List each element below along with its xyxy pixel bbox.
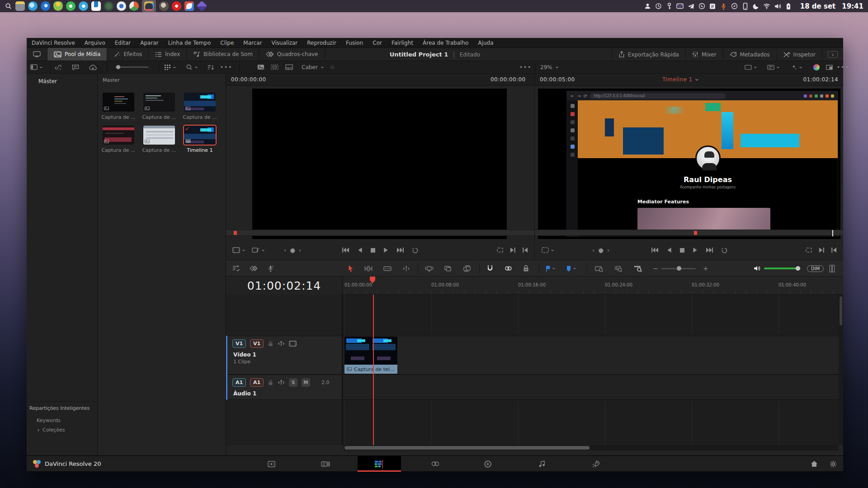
video-destination-badge[interactable]: V1 bbox=[250, 339, 264, 348]
scrollbar-thumb[interactable] bbox=[344, 446, 590, 450]
source-jog-control[interactable]: ‹ ● › bbox=[284, 247, 301, 253]
overwrite-clip-button[interactable] bbox=[444, 260, 452, 277]
page-fairlight[interactable] bbox=[531, 456, 553, 472]
menu-reproduzir[interactable]: Reproduzir bbox=[307, 40, 336, 46]
loop-button[interactable] bbox=[721, 247, 728, 253]
go-to-last-frame-button[interactable] bbox=[706, 247, 713, 253]
go-to-first-frame-button[interactable] bbox=[651, 247, 659, 253]
telegram-app-icon[interactable] bbox=[79, 1, 88, 11]
step-back-button[interactable] bbox=[357, 247, 363, 253]
go-to-first-frame-button[interactable] bbox=[342, 247, 349, 253]
mail-tray-icon[interactable] bbox=[676, 2, 684, 10]
media-clip-thumbnail[interactable] bbox=[103, 126, 134, 145]
timeline-horizontal-scrollbar[interactable] bbox=[344, 445, 839, 450]
play-button[interactable] bbox=[693, 247, 698, 253]
battery-icon[interactable] bbox=[785, 2, 793, 10]
menu-ajuda[interactable]: Ajuda bbox=[478, 40, 493, 46]
zoom-out-button[interactable]: − bbox=[653, 260, 658, 277]
timeline-ruler[interactable]: 01:00:00:00 01:00:08:00 01:00:16:00 01:0… bbox=[343, 277, 843, 295]
user-tray-icon[interactable] bbox=[644, 2, 651, 10]
video-track-badge[interactable]: V1 bbox=[232, 339, 246, 348]
viewer-safe-area-icon[interactable] bbox=[271, 61, 278, 73]
comment-bubble-icon[interactable] bbox=[72, 61, 79, 73]
page-fusion[interactable] bbox=[424, 456, 447, 472]
compass-tray-icon[interactable] bbox=[731, 2, 738, 10]
anchor-app-icon[interactable] bbox=[117, 1, 126, 11]
viewer-media-icon[interactable] bbox=[257, 61, 264, 73]
track-lock-icon[interactable] bbox=[268, 380, 274, 385]
audio-destination-badge[interactable]: A1 bbox=[250, 378, 264, 387]
archive-app-icon[interactable] bbox=[15, 1, 25, 11]
audio-track-header[interactable]: A1 A1 S M 2.0 Áudio 1 bbox=[226, 375, 342, 400]
viewer-fit-dropdown[interactable]: Caber bbox=[302, 61, 324, 73]
media-pool-toggle[interactable]: Pool de Mídia bbox=[47, 48, 107, 61]
timeline-jog-control[interactable]: ‹ ● › bbox=[592, 247, 609, 253]
mixer-meters-icon[interactable] bbox=[829, 260, 835, 277]
page-deliver[interactable] bbox=[585, 456, 607, 472]
clock-tray-icon[interactable] bbox=[655, 2, 662, 10]
source-clip-mode-dropdown[interactable] bbox=[232, 247, 245, 253]
media-search-button[interactable] bbox=[186, 61, 198, 73]
effects-toggle[interactable]: Efeitos bbox=[107, 48, 148, 61]
viewer-format-button[interactable] bbox=[767, 61, 780, 73]
timeline-viewer-video[interactable]: ← → ⟳ http://127.0.0.1:4000/social/ bbox=[538, 89, 840, 239]
telegram-tray-icon[interactable] bbox=[687, 2, 695, 10]
page-color[interactable] bbox=[476, 456, 499, 472]
menu-marcar[interactable]: Marcar bbox=[243, 40, 262, 46]
timeline-resolution-dropdown[interactable] bbox=[542, 247, 554, 253]
custom-zoom-button[interactable] bbox=[634, 260, 642, 277]
play-button[interactable] bbox=[383, 247, 389, 253]
unlink-clips-icon[interactable] bbox=[55, 61, 61, 73]
breadcrumb[interactable]: Master bbox=[103, 77, 120, 83]
track-film-icon[interactable] bbox=[289, 341, 297, 347]
match-frame-out-button[interactable] bbox=[819, 247, 825, 253]
voiceover-mic-button[interactable] bbox=[268, 260, 274, 277]
timeline-volume-slider[interactable] bbox=[764, 260, 801, 277]
wifi-icon[interactable] bbox=[763, 2, 771, 10]
gimp-app-icon[interactable] bbox=[159, 1, 169, 11]
razor-edit-mode-button[interactable] bbox=[383, 260, 392, 277]
full-extent-zoom-button[interactable] bbox=[595, 260, 604, 277]
loop-range-button[interactable] bbox=[805, 247, 812, 253]
panel-toggle-button[interactable] bbox=[27, 48, 47, 61]
timeline-view-options-button[interactable] bbox=[232, 260, 240, 277]
media-clip-thumbnail[interactable] bbox=[184, 93, 216, 112]
timeline-viewer-zoom-dropdown[interactable]: 29% bbox=[540, 61, 559, 73]
source-audio-mode-dropdown[interactable] bbox=[252, 247, 265, 253]
key-tray-icon[interactable] bbox=[665, 2, 673, 10]
keyframes-toggle[interactable]: Quadros-chave bbox=[259, 48, 325, 61]
timeline-jog-bar[interactable] bbox=[535, 230, 843, 236]
whatsapp-app-icon[interactable] bbox=[66, 1, 75, 11]
video-track-lane[interactable] bbox=[344, 336, 839, 375]
left-viewer-more-options[interactable]: ••• bbox=[519, 61, 532, 73]
source-jog-bar[interactable] bbox=[226, 230, 534, 236]
auto-select-icon[interactable] bbox=[278, 341, 285, 347]
go-to-last-frame-button[interactable] bbox=[396, 247, 404, 253]
viewer-more-options[interactable]: ••• bbox=[837, 61, 849, 73]
loop-range-button[interactable] bbox=[496, 247, 504, 253]
viewer-enhance-button[interactable] bbox=[791, 61, 802, 73]
menu-clipe[interactable]: Clipe bbox=[220, 40, 234, 46]
track-lock-icon[interactable] bbox=[268, 341, 274, 347]
link-clips-toggle[interactable] bbox=[505, 260, 512, 277]
zoom-in-button[interactable]: + bbox=[703, 260, 708, 277]
menu-area-de-trabalho[interactable]: Área de Trabalho bbox=[423, 40, 468, 46]
project-manager-home-button[interactable] bbox=[811, 460, 818, 467]
media-more-options[interactable]: ••• bbox=[220, 61, 232, 73]
davinci-resolve-dock-active[interactable] bbox=[142, 0, 156, 12]
night-mode-icon[interactable] bbox=[752, 2, 760, 10]
detail-zoom-button[interactable] bbox=[614, 260, 623, 277]
media-clip-thumbnail[interactable] bbox=[103, 93, 134, 112]
selection-mode-button[interactable] bbox=[347, 260, 354, 277]
viewer-expand-button[interactable] bbox=[826, 61, 833, 73]
video-track-header[interactable]: V1 V1 Vídeo 1 1 Clipe bbox=[226, 336, 342, 375]
match-frame-in-button[interactable] bbox=[831, 247, 837, 253]
page-edit-active[interactable] bbox=[358, 456, 401, 472]
timeline-keyframes-button[interactable] bbox=[250, 260, 258, 277]
audio-track-lane[interactable] bbox=[344, 375, 839, 400]
system-clock[interactable]: 18 de set 19:41 bbox=[800, 2, 863, 10]
timeline-audio-monitor-icon[interactable] bbox=[753, 260, 760, 277]
page-media[interactable] bbox=[260, 456, 283, 472]
color-viewer-button[interactable] bbox=[813, 61, 820, 73]
menu-fusion[interactable]: Fusion bbox=[346, 40, 363, 46]
